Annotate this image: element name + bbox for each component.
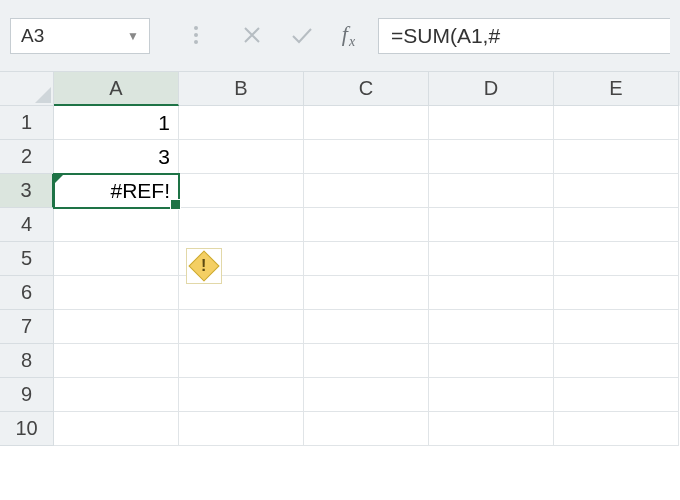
- svg-marker-0: [35, 87, 51, 103]
- cell-C2[interactable]: [304, 140, 429, 174]
- cell-C10[interactable]: [304, 412, 429, 446]
- cell-C7[interactable]: [304, 310, 429, 344]
- row-5: 5: [0, 242, 680, 276]
- cell-A8[interactable]: [54, 344, 179, 378]
- cell-E2[interactable]: [554, 140, 679, 174]
- formula-bar-area: A3 ▼ fx =SUM(A1,#: [0, 0, 680, 72]
- row-header-4[interactable]: 4: [0, 208, 54, 242]
- row-header-7[interactable]: 7: [0, 310, 54, 344]
- cell-D6[interactable]: [429, 276, 554, 310]
- row-header-9[interactable]: 9: [0, 378, 54, 412]
- worksheet-grid[interactable]: A B C D E 1 1 2 3 3 #REF!: [0, 72, 680, 446]
- warning-icon: !: [188, 250, 219, 281]
- cell-A4[interactable]: [54, 208, 179, 242]
- cancel-icon[interactable]: [242, 25, 264, 45]
- cell-B8[interactable]: [179, 344, 304, 378]
- cell-A1[interactable]: 1: [54, 106, 179, 140]
- column-header-D[interactable]: D: [429, 72, 554, 106]
- name-box-value: A3: [21, 25, 44, 47]
- column-header-A[interactable]: A: [54, 72, 179, 106]
- cell-D3[interactable]: [429, 174, 554, 208]
- row-9: 9: [0, 378, 680, 412]
- cell-E4[interactable]: [554, 208, 679, 242]
- cell-D1[interactable]: [429, 106, 554, 140]
- cell-C3[interactable]: [304, 174, 429, 208]
- cell-D9[interactable]: [429, 378, 554, 412]
- row-1: 1 1: [0, 106, 680, 140]
- cell-D10[interactable]: [429, 412, 554, 446]
- name-box[interactable]: A3 ▼: [10, 18, 150, 54]
- formula-text: =SUM(A1,#: [391, 24, 500, 48]
- cell-B3[interactable]: [179, 174, 304, 208]
- warning-glyph: !: [201, 257, 206, 275]
- cell-B1[interactable]: [179, 106, 304, 140]
- cell-E10[interactable]: [554, 412, 679, 446]
- row-6: 6: [0, 276, 680, 310]
- cell-B10[interactable]: [179, 412, 304, 446]
- cell-D7[interactable]: [429, 310, 554, 344]
- cell-D2[interactable]: [429, 140, 554, 174]
- cell-A5[interactable]: [54, 242, 179, 276]
- enter-icon[interactable]: [290, 25, 312, 45]
- row-header-10[interactable]: 10: [0, 412, 54, 446]
- column-header-E[interactable]: E: [554, 72, 679, 106]
- row-2: 2 3: [0, 140, 680, 174]
- cell-A3[interactable]: #REF!: [54, 174, 179, 208]
- cell-E7[interactable]: [554, 310, 679, 344]
- cell-E8[interactable]: [554, 344, 679, 378]
- row-header-5[interactable]: 5: [0, 242, 54, 276]
- select-all-corner[interactable]: [0, 72, 54, 106]
- formula-bar-controls: fx: [194, 21, 360, 50]
- column-header-C[interactable]: C: [304, 72, 429, 106]
- formula-input[interactable]: =SUM(A1,#: [378, 18, 670, 54]
- cell-A2[interactable]: 3: [54, 140, 179, 174]
- cell-C6[interactable]: [304, 276, 429, 310]
- cell-E1[interactable]: [554, 106, 679, 140]
- cell-B9[interactable]: [179, 378, 304, 412]
- cell-D5[interactable]: [429, 242, 554, 276]
- cell-C4[interactable]: [304, 208, 429, 242]
- cell-E5[interactable]: [554, 242, 679, 276]
- row-4: 4: [0, 208, 680, 242]
- more-icon[interactable]: [194, 26, 216, 44]
- row-header-8[interactable]: 8: [0, 344, 54, 378]
- cell-B2[interactable]: [179, 140, 304, 174]
- row-header-6[interactable]: 6: [0, 276, 54, 310]
- row-10: 10: [0, 412, 680, 446]
- name-box-container: A3 ▼: [10, 18, 150, 54]
- row-8: 8: [0, 344, 680, 378]
- column-header-row: A B C D E: [0, 72, 680, 106]
- dropdown-icon[interactable]: ▼: [127, 29, 139, 43]
- cell-C8[interactable]: [304, 344, 429, 378]
- cell-E3[interactable]: [554, 174, 679, 208]
- cell-C5[interactable]: [304, 242, 429, 276]
- cell-A9[interactable]: [54, 378, 179, 412]
- cell-E6[interactable]: [554, 276, 679, 310]
- cell-C1[interactable]: [304, 106, 429, 140]
- cell-C9[interactable]: [304, 378, 429, 412]
- cell-A7[interactable]: [54, 310, 179, 344]
- cell-A6[interactable]: [54, 276, 179, 310]
- column-header-B[interactable]: B: [179, 72, 304, 106]
- cell-D8[interactable]: [429, 344, 554, 378]
- row-header-1[interactable]: 1: [0, 106, 54, 140]
- row-7: 7: [0, 310, 680, 344]
- cell-A10[interactable]: [54, 412, 179, 446]
- insert-function-icon[interactable]: fx: [338, 21, 360, 50]
- row-3: 3 #REF!: [0, 174, 680, 208]
- excel-window: A3 ▼ fx =SUM(A1,# A B C D: [0, 0, 680, 500]
- cell-B4[interactable]: [179, 208, 304, 242]
- cell-D4[interactable]: [429, 208, 554, 242]
- row-header-2[interactable]: 2: [0, 140, 54, 174]
- cell-E9[interactable]: [554, 378, 679, 412]
- row-header-3[interactable]: 3: [0, 174, 54, 208]
- error-smart-tag[interactable]: !: [186, 248, 222, 284]
- cell-B7[interactable]: [179, 310, 304, 344]
